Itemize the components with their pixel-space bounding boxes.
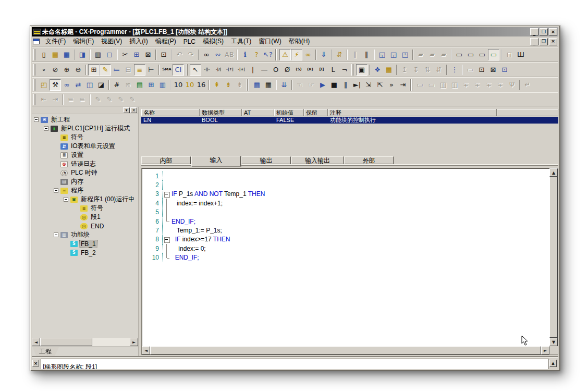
outdent-button[interactable]: ⇤ <box>38 94 50 105</box>
tree-item-5[interactable]: 错误日志 <box>32 160 138 168</box>
time-chart-monitor-button[interactable]: Ш <box>515 49 526 60</box>
new-closed-contact-button[interactable]: -|/| <box>213 64 224 76</box>
monitor-window-1-button[interactable]: ▭ <box>464 64 476 76</box>
help-button[interactable]: ? <box>251 49 262 60</box>
next-reference-button[interactable]: ⇟ <box>223 79 234 91</box>
debug-tool-9-button[interactable]: Ψ <box>506 79 518 91</box>
indent-button[interactable]: ⇥ <box>50 94 61 105</box>
debug-tool-4-button[interactable]: ◫ <box>449 79 460 91</box>
prev-reference-button[interactable]: ⇞ <box>211 79 223 91</box>
undo-button[interactable]: ↶ <box>174 49 185 60</box>
editor-scroll-left-button[interactable]: ◄ <box>142 346 150 354</box>
output-close-button[interactable]: × <box>32 360 39 366</box>
menu-item-8[interactable]: 窗口(W) <box>255 37 285 46</box>
tree-scroll-left-button[interactable]: ◄ <box>32 338 40 346</box>
toolbar-grip[interactable] <box>351 64 354 76</box>
monitor-window-2-button[interactable]: ⊡ <box>476 64 487 76</box>
menu-item-3[interactable]: 插入(I) <box>126 37 151 46</box>
fold-toggle-icon[interactable] <box>162 235 170 244</box>
tree-item-8[interactable]: 程序 <box>32 186 138 195</box>
project-tab[interactable]: 工程 <box>32 347 59 356</box>
mode-debug-button[interactable]: ▭ <box>465 49 476 60</box>
editor-vscroll-thumb[interactable] <box>549 177 558 338</box>
mode-run-button[interactable]: ▭ <box>488 49 499 60</box>
pause-monitor-button[interactable]: ‖ <box>349 49 361 60</box>
st-mark-2-button[interactable]: ✎ <box>104 94 115 105</box>
rung-wrap-button[interactable]: # <box>111 79 123 91</box>
debug-tool-8-button[interactable]: ∓ <box>495 79 506 91</box>
new-vertical-button[interactable]: | <box>247 64 259 76</box>
new-contact-down-button[interactable]: -|↓| <box>236 64 247 76</box>
st-mark-4-button[interactable]: ✎ <box>127 94 138 105</box>
mdi-minimize-button[interactable]: _ <box>530 38 538 45</box>
tree-item-4[interactable]: 设置 <box>32 151 138 160</box>
mdi-close-button[interactable]: × <box>549 38 557 45</box>
var-tab-2[interactable]: 输出 <box>241 156 291 164</box>
new-closed-coil-button[interactable]: Ø <box>281 64 293 76</box>
verify-with-plc-button[interactable]: ⇵ <box>334 49 345 60</box>
io-comment-view-button[interactable]: ▤ <box>134 79 145 91</box>
var-col-header-4[interactable]: 保留 <box>304 109 328 116</box>
paste-attributes-button[interactable]: ⊡ <box>158 49 169 60</box>
program-page-3-button[interactable]: ◳ <box>399 49 411 60</box>
sim-pause-1-button[interactable]: ☜ <box>294 79 305 91</box>
select-mode-button[interactable]: ↖ <box>190 64 201 76</box>
tree-expand-toggle[interactable] <box>54 232 58 237</box>
tree-item-0[interactable]: 新工程 <box>32 115 138 124</box>
new-contact-up-button[interactable]: -|↑| <box>224 64 236 76</box>
tree-item-6[interactable]: PLC 时钟 <box>32 168 138 177</box>
var-col-header-3[interactable]: 初始值 <box>274 109 304 116</box>
sim-run-button[interactable]: ▶ <box>317 79 328 91</box>
ci-view-button[interactable]: CI <box>173 64 184 76</box>
simulator-transfer-button[interactable]: ⇊ <box>278 79 290 91</box>
fb-param-inout-button[interactable]: ⇅ <box>422 64 433 76</box>
toolbar-grip[interactable] <box>275 49 277 60</box>
context-help-button[interactable]: ↖? <box>262 49 274 60</box>
monitor-signed-button[interactable]: 10 <box>184 79 195 91</box>
new-vertical-down-button[interactable]: L <box>327 64 339 76</box>
tree-item-10[interactable]: 符号 <box>32 204 138 213</box>
program-page-2-button[interactable]: ◲ <box>388 49 399 60</box>
menu-item-9[interactable]: 帮助(H) <box>285 37 314 46</box>
fold-toggle-icon[interactable] <box>162 190 170 199</box>
force-cancel-button[interactable]: ▰ <box>438 49 449 60</box>
compile-button[interactable]: ⚠ <box>279 49 291 60</box>
print-button[interactable]: ▥ <box>92 49 104 60</box>
tree-item-15[interactable]: FB_2 <box>32 248 138 257</box>
copy-button[interactable]: ⊞ <box>131 49 142 60</box>
editor-hscroll-thumb[interactable] <box>150 346 541 354</box>
return-tool-button[interactable]: ↵ <box>522 79 533 91</box>
menu-item-5[interactable]: PLC <box>180 38 199 45</box>
sim-step-in-button[interactable]: ⇲ <box>363 79 374 91</box>
restore-button[interactable]: ❐ <box>540 28 548 35</box>
var-col-header-2[interactable]: AT <box>242 109 274 116</box>
code-lines[interactable]: 123IF P_1s AND NOT Temp_1 THEN4 index:= … <box>142 169 549 346</box>
toolbar-grip[interactable] <box>410 79 412 91</box>
sim-pause-2-button[interactable]: ☞ <box>305 79 317 91</box>
mode-monitor-button[interactable]: ▭ <box>476 49 488 60</box>
align-list-1-button[interactable]: ≡ <box>65 94 77 105</box>
build-tool-button[interactable]: ⚒ <box>50 79 61 91</box>
tree-hscroll-track[interactable] <box>40 338 130 346</box>
find-button[interactable]: ∞ <box>201 49 212 60</box>
close-button[interactable]: × <box>549 28 557 35</box>
mode-program-button[interactable]: ▭ <box>454 49 465 60</box>
tree-expand-toggle[interactable] <box>44 126 48 131</box>
mdi-document-icon[interactable] <box>33 39 40 44</box>
show-properties-button[interactable]: ◪ <box>95 79 107 91</box>
sim-continuous-step-button[interactable]: » <box>386 79 397 91</box>
cut-button[interactable]: ✂ <box>119 49 131 60</box>
sim-step-run-button[interactable]: ►| <box>351 79 363 91</box>
about-button[interactable]: ℹ <box>239 49 251 60</box>
new-instruction-button[interactable]: [I] <box>316 64 327 76</box>
debug-tool-3-button[interactable]: ◫ <box>437 79 449 91</box>
fb-invocation-button[interactable]: ❖ <box>372 64 383 76</box>
local-symbol-table-button[interactable]: ≣ <box>134 64 145 76</box>
tree-item-12[interactable]: END <box>32 222 138 230</box>
var-col-header-1[interactable]: 数据类型 <box>200 109 242 116</box>
show-grid-button[interactable]: ⊞ <box>88 64 100 76</box>
menu-item-2[interactable]: 视图(V) <box>97 37 126 46</box>
cross-reference-button[interactable]: ⇄ <box>72 79 84 91</box>
editor-scroll-down-button[interactable]: ▼ <box>549 338 558 346</box>
editor-scroll-right-button[interactable]: ► <box>541 346 549 354</box>
